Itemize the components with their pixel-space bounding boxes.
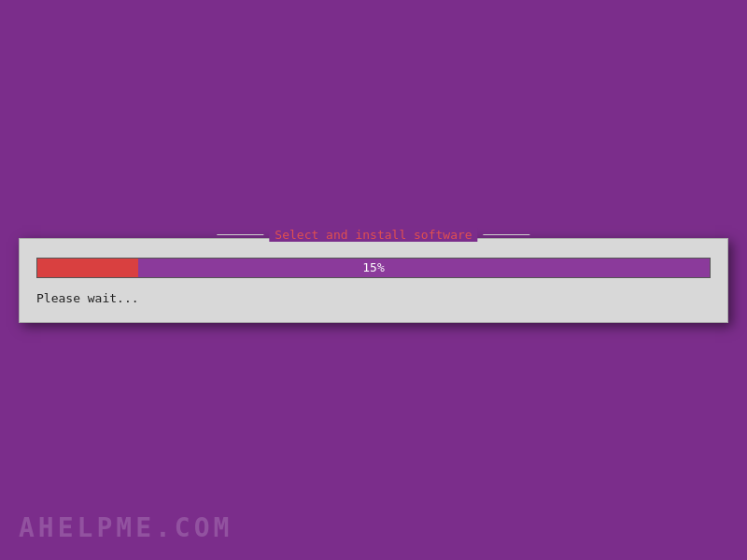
dialog-content: 15% Please wait... xyxy=(19,238,728,323)
title-line-right xyxy=(484,234,530,235)
watermark: AHELPME.COM xyxy=(19,512,233,543)
install-dialog: Select and install software 15% Please w… xyxy=(19,238,728,323)
status-text: Please wait... xyxy=(36,291,711,305)
progress-bar-container: 15% xyxy=(36,258,711,278)
dialog-title: Select and install software xyxy=(269,228,477,242)
progress-red-segment xyxy=(37,259,138,277)
progress-label: 15% xyxy=(362,260,384,274)
dialog-title-bar: Select and install software xyxy=(217,228,529,242)
title-line-left xyxy=(217,234,263,235)
